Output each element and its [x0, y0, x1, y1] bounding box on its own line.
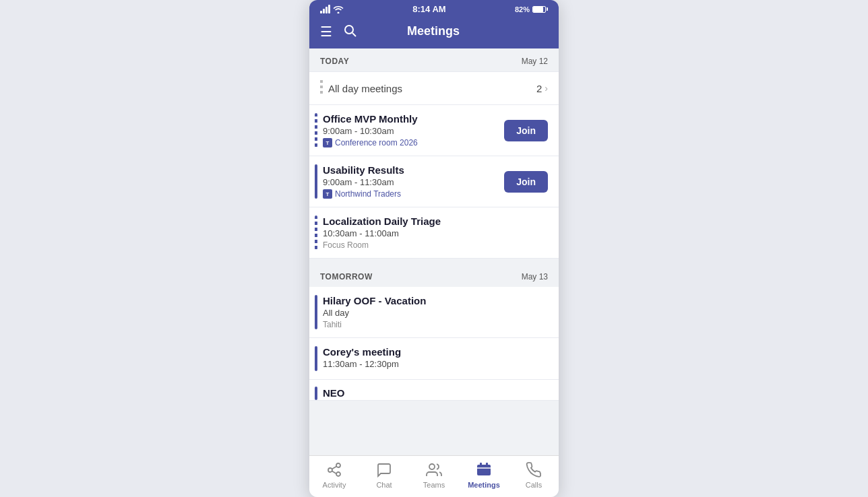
- meeting-title: Localization Daily Triage: [323, 216, 548, 227]
- teams-icon: T: [323, 138, 332, 147]
- battery-percent: 82%: [515, 5, 530, 13]
- status-left: [320, 5, 344, 13]
- battery-icon: [532, 6, 548, 13]
- section-today: TODAY May 12 All day meetings 2 › Office…: [309, 48, 559, 259]
- calls-icon: [525, 461, 542, 479]
- meeting-info-localization: Localization Daily Triage 10:30am - 11:0…: [323, 216, 548, 250]
- meeting-card-usability: Usability Results 9:00am - 11:30am T Nor…: [309, 156, 559, 207]
- meeting-border-dashed: [315, 113, 317, 147]
- meeting-time: 9:00am - 11:30am: [323, 177, 499, 187]
- nav-item-chat[interactable]: Chat: [359, 461, 409, 489]
- join-button-usability[interactable]: Join: [504, 171, 548, 193]
- search-icon[interactable]: [343, 24, 356, 39]
- meeting-time: 9:00am - 10:30am: [323, 126, 499, 136]
- all-day-border: [320, 80, 323, 96]
- chat-icon: [375, 461, 393, 479]
- meeting-card-localization: Localization Daily Triage 10:30am - 11:0…: [309, 207, 559, 259]
- wifi-icon: [333, 5, 344, 13]
- meeting-border-dashed: [315, 216, 317, 250]
- svg-rect-4: [480, 463, 482, 466]
- svg-line-1: [352, 33, 356, 36]
- meeting-location[interactable]: T Northwind Traders: [323, 189, 499, 199]
- bottom-nav: Activity Chat Teams: [309, 455, 559, 497]
- nav-label-teams: Teams: [423, 481, 445, 489]
- nav-label-calls: Calls: [526, 481, 542, 489]
- app-header: ☰ Meetings: [309, 17, 559, 48]
- all-day-label: All day meetings: [328, 83, 531, 94]
- nav-item-activity[interactable]: Activity: [309, 461, 359, 489]
- activity-icon: [326, 461, 343, 479]
- meeting-card-office-mvp: Office MVP Monthly 9:00am - 10:30am T Co…: [309, 105, 559, 156]
- svg-point-2: [429, 464, 435, 469]
- meeting-title: Corey's meeting: [323, 346, 548, 358]
- signal-bars-icon: [320, 5, 330, 13]
- meeting-card-corey: Corey's meeting 11:30am - 12:30pm: [309, 338, 559, 380]
- meeting-info-usability: Usability Results 9:00am - 11:30am T Nor…: [323, 164, 499, 199]
- nav-item-meetings[interactable]: Meetings: [459, 461, 509, 489]
- teams-icon: T: [323, 189, 332, 199]
- meeting-location[interactable]: T Conference room 2026: [323, 138, 499, 147]
- meeting-time: 11:30am - 12:30pm: [323, 359, 548, 369]
- meeting-location: Tahiti: [323, 320, 548, 329]
- nav-item-teams[interactable]: Teams: [409, 461, 459, 489]
- meeting-info-neo: NEO: [323, 387, 548, 400]
- teams-nav-icon: [425, 461, 443, 479]
- meetings-nav-icon: [475, 461, 493, 479]
- meeting-border-solid: [315, 346, 317, 371]
- menu-icon[interactable]: ☰: [320, 25, 332, 38]
- svg-rect-3: [477, 465, 491, 475]
- meeting-title: Hilary OOF - Vacation: [323, 295, 548, 306]
- status-right: 82%: [515, 5, 548, 13]
- all-day-meetings-row[interactable]: All day meetings 2 ›: [309, 71, 559, 105]
- meeting-border-solid: [315, 295, 317, 329]
- meeting-card-hilary: Hilary OOF - Vacation All day Tahiti: [309, 287, 559, 338]
- nav-label-chat: Chat: [376, 481, 392, 489]
- all-day-count: 2 ›: [536, 83, 548, 94]
- meeting-info-corey: Corey's meeting 11:30am - 12:30pm: [323, 346, 548, 371]
- meeting-time: 10:30am - 11:00am: [323, 228, 548, 238]
- meeting-border-solid: [315, 164, 317, 199]
- meeting-title: Office MVP Monthly: [323, 113, 499, 125]
- meeting-time: All day: [323, 308, 548, 318]
- section-label-tomorrow: TOMORROW: [320, 272, 373, 281]
- svg-point-0: [345, 26, 353, 34]
- section-date-tomorrow: May 13: [522, 272, 548, 281]
- nav-item-calls[interactable]: Calls: [509, 461, 559, 489]
- meeting-info-hilary: Hilary OOF - Vacation All day Tahiti: [323, 295, 548, 329]
- meeting-title: NEO: [323, 387, 548, 399]
- join-button-office-mvp[interactable]: Join: [504, 120, 548, 141]
- meeting-location: Focus Room: [323, 240, 548, 250]
- status-bar: 8:14 AM 82%: [309, 0, 559, 17]
- section-header-today: TODAY May 12: [309, 48, 559, 71]
- meeting-title: Usability Results: [323, 164, 499, 176]
- meeting-card-neo: NEO: [309, 380, 559, 401]
- svg-rect-5: [486, 463, 488, 466]
- section-date-today: May 12: [522, 57, 548, 66]
- nav-label-activity: Activity: [323, 481, 346, 489]
- section-tomorrow: TOMORROW May 13 Hilary OOF - Vacation Al…: [309, 264, 559, 401]
- phone-container: 8:14 AM 82% ☰ Meetings TOD: [309, 0, 559, 497]
- meeting-info-office-mvp: Office MVP Monthly 9:00am - 10:30am T Co…: [323, 113, 499, 147]
- main-content: TODAY May 12 All day meetings 2 › Office…: [309, 48, 559, 455]
- nav-label-meetings: Meetings: [468, 481, 500, 489]
- section-header-tomorrow: TOMORROW May 13: [309, 264, 559, 287]
- page-title: Meetings: [367, 24, 499, 38]
- meeting-border-solid: [315, 387, 317, 400]
- chevron-right-icon: ›: [545, 83, 548, 94]
- status-time: 8:14 AM: [412, 4, 445, 14]
- section-label-today: TODAY: [320, 57, 349, 66]
